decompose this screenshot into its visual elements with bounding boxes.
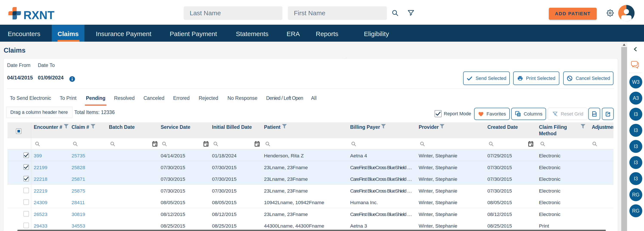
svg-text:pdf: pdf [593, 113, 596, 115]
